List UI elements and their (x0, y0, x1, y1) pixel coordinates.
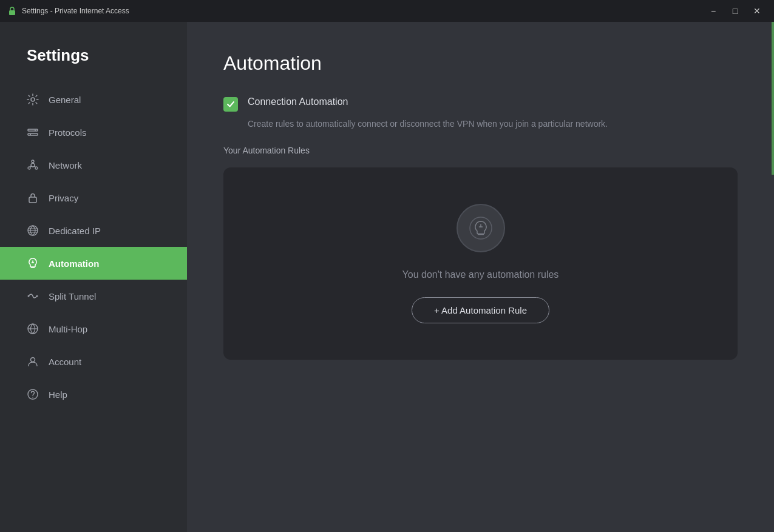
globe-icon (27, 323, 39, 335)
add-automation-rule-button[interactable]: + Add Automation Rule (412, 297, 549, 323)
app-body: Settings General (0, 22, 774, 532)
rules-section-title: Your Automation Rules (223, 146, 738, 155)
sidebar-item-protocols[interactable]: Protocols (0, 116, 187, 149)
svg-point-20 (36, 295, 38, 297)
sidebar-item-privacy-label: Privacy (49, 193, 78, 203)
svg-rect-2 (28, 129, 38, 131)
sidebar-item-general[interactable]: General (0, 83, 187, 116)
empty-rules-box: You don't have any automation rules + Ad… (223, 167, 738, 360)
svg-rect-3 (28, 133, 38, 135)
sidebar-item-automation[interactable]: Automation (0, 247, 187, 280)
sidebar-item-multi-hop-label: Multi-Hop (49, 324, 87, 334)
lightbulb-icon (469, 217, 492, 240)
help-icon (27, 388, 39, 400)
sidebar-item-help[interactable]: Help (0, 378, 187, 411)
sidebar-item-account[interactable]: Account (0, 345, 187, 378)
svg-point-4 (35, 130, 36, 131)
svg-point-7 (32, 160, 34, 163)
connection-automation-text: Connection Automation (248, 96, 348, 107)
lightbulb-circle (457, 204, 505, 252)
lock-icon (27, 192, 39, 204)
titlebar: Settings - Private Internet Access − □ ✕ (0, 0, 774, 22)
page-title: Automation (223, 52, 738, 75)
dedicated-ip-icon (27, 224, 39, 237)
connection-automation-label: Connection Automation (248, 96, 348, 107)
empty-message: You don't have any automation rules (402, 269, 559, 280)
svg-point-1 (31, 98, 35, 101)
svg-point-19 (28, 295, 30, 297)
sidebar-item-multi-hop[interactable]: Multi-Hop (0, 312, 187, 345)
protocols-icon (27, 126, 39, 138)
automation-bulb-icon (27, 257, 39, 269)
svg-point-25 (32, 397, 33, 398)
sidebar-item-split-tunnel[interactable]: Split Tunnel (0, 280, 187, 312)
close-button[interactable]: ✕ (747, 2, 767, 19)
sidebar-item-privacy[interactable]: Privacy (0, 181, 187, 214)
connection-automation-checkbox[interactable] (223, 97, 238, 112)
network-icon (27, 159, 39, 171)
svg-point-26 (470, 217, 492, 239)
minimize-button[interactable]: − (704, 2, 723, 19)
sidebar-item-network-label: Network (49, 160, 82, 170)
sidebar-item-general-label: General (49, 95, 81, 105)
main-content: Automation Connection Automation Create … (187, 22, 774, 532)
svg-point-5 (30, 134, 31, 135)
gear-icon (27, 93, 39, 106)
connection-automation-row: Connection Automation (223, 96, 738, 112)
sidebar-item-account-label: Account (49, 357, 81, 367)
split-tunnel-icon (27, 290, 39, 302)
titlebar-controls: − □ ✕ (704, 2, 767, 19)
svg-line-11 (30, 166, 32, 167)
sidebar-item-help-label: Help (49, 389, 67, 400)
sidebar-item-network[interactable]: Network (0, 149, 187, 181)
connection-automation-description: Create rules to automatically connect or… (248, 119, 738, 129)
svg-rect-0 (9, 10, 15, 15)
svg-rect-13 (29, 197, 36, 203)
maximize-button[interactable]: □ (725, 2, 745, 19)
titlebar-title: Settings - Private Internet Access (22, 7, 129, 15)
svg-point-9 (35, 167, 38, 169)
sidebar-title: Settings (0, 46, 187, 83)
account-icon (27, 355, 39, 368)
sidebar-nav: General Protocols (0, 83, 187, 411)
titlebar-left: Settings - Private Internet Access (7, 6, 129, 16)
sidebar-item-split-tunnel-label: Split Tunnel (49, 291, 96, 301)
svg-line-12 (35, 166, 36, 167)
sidebar-item-dedicated-ip-label: Dedicated IP (49, 226, 101, 236)
svg-point-6 (31, 163, 35, 167)
sidebar: Settings General (0, 22, 187, 532)
sidebar-item-automation-label: Automation (49, 258, 99, 269)
sidebar-item-dedicated-ip[interactable]: Dedicated IP (0, 214, 187, 247)
svg-point-23 (31, 358, 35, 362)
sidebar-item-protocols-label: Protocols (49, 127, 87, 138)
svg-point-8 (28, 167, 30, 169)
app-icon (7, 6, 17, 16)
